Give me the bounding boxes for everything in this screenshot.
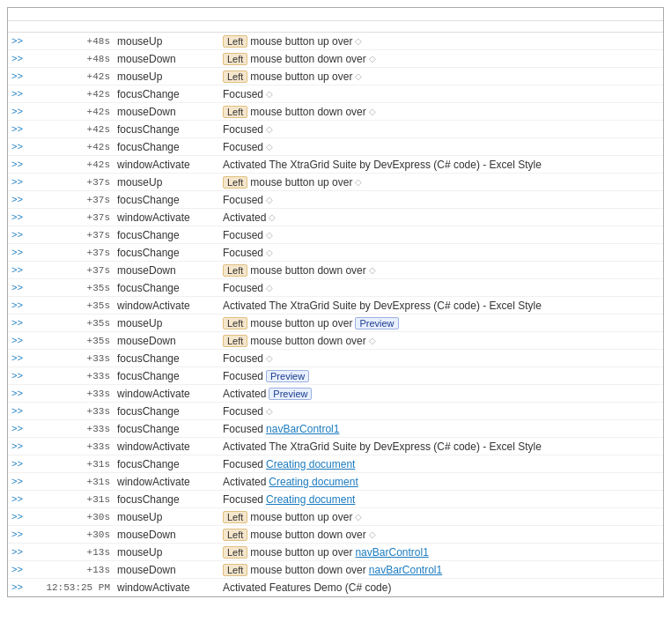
arrow-icon[interactable]: >> [8,193,34,207]
diamond-icon: ◇ [266,283,273,292]
message-tag: Left [223,53,247,65]
timestamp-cell: +13s [34,563,114,577]
arrow-icon[interactable]: >> [8,87,34,101]
table-row: >>+31sfocusChangeFocused Creating docume… [8,491,663,508]
table-row: >>+33swindowActivateActivated Preview [8,385,663,403]
arrow-icon[interactable]: >> [8,246,34,260]
table-row: >>+13smouseUpLeft mouse button up over n… [8,544,663,561]
table-row: >>+37sfocusChangeFocused ◇ [8,226,663,244]
timestamp-cell: +33s [34,387,114,401]
arrow-icon[interactable]: >> [8,140,34,154]
table-row: >>+42sfocusChangeFocused ◇ [8,121,663,138]
table-row: >>+35smouseUpLeft mouse button up over P… [8,315,663,332]
message-cell: Focused ◇ [219,122,663,137]
message-text: Focused [223,423,263,435]
event-cell: mouseUp [114,509,219,525]
event-cell: focusChange [114,227,219,243]
arrow-icon[interactable]: >> [8,70,34,84]
timestamp-cell: +33s [34,422,114,436]
event-cell: mouseDown [114,51,219,67]
event-cell: windowActivate [114,157,219,173]
message-link[interactable]: navBarControl1 [369,564,442,576]
diamond-icon: ◇ [269,212,276,222]
timestamp-cell: +35s [34,316,114,330]
arrow-icon[interactable]: >> [8,475,34,489]
table-row: >>+30smouseDownLeft mouse button down ov… [8,526,663,544]
arrow-icon[interactable]: >> [8,299,34,313]
event-cell: focusChange [114,245,219,261]
arrow-icon[interactable]: >> [8,334,34,348]
diamond-icon: ◇ [369,54,376,63]
message-text: mouse button down over [250,335,365,347]
arrow-icon[interactable]: >> [8,228,34,242]
table-header [8,21,663,33]
arrow-icon[interactable]: >> [8,158,34,172]
message-link[interactable]: Creating document [266,458,355,470]
timestamp-cell: +33s [34,369,114,383]
table-row: >>+37swindowActivateActivated ◇ [8,209,663,226]
timestamp-cell: +13s [34,545,114,559]
message-cell: Focused ◇ [219,403,663,419]
message-text: Activated The XtraGrid Suite by DevExpre… [223,440,542,453]
message-text: mouse button up over [250,317,352,329]
arrow-icon[interactable]: >> [8,369,34,383]
table-row: >>+42smouseDownLeft mouse button down ov… [8,103,663,121]
arrow-icon[interactable]: >> [8,211,34,225]
timestamp-cell: +37s [34,246,114,260]
arrow-icon[interactable]: >> [8,422,34,436]
event-cell: focusChange [114,122,219,137]
arrow-icon[interactable]: >> [8,175,34,189]
arrow-icon[interactable]: >> [8,387,34,401]
table-row: >>+37smouseDownLeft mouse button down ov… [8,262,663,279]
arrow-icon[interactable]: >> [8,122,34,137]
event-cell: focusChange [114,456,219,472]
table-row: >>+35smouseDownLeft mouse button down ov… [8,332,663,350]
arrow-icon[interactable]: >> [8,510,34,524]
message-link[interactable]: navBarControl1 [355,546,428,559]
message-link[interactable]: navBarControl1 [266,423,339,435]
arrow-icon[interactable]: >> [8,316,34,330]
message-tag: Left [223,176,247,189]
arrow-icon[interactable]: >> [8,492,34,507]
message-link[interactable]: Creating document [266,493,355,506]
message-text: mouse button up over [250,35,352,48]
arrow-icon[interactable]: >> [8,563,34,577]
message-text: Focused [223,405,263,418]
table-row: >>+31sfocusChangeFocused Creating docume… [8,455,663,473]
message-cell: Left mouse button down over ◇ [219,333,663,349]
message-text: mouse button up over [250,546,352,559]
timestamp-cell: +48s [34,34,114,48]
table-row: >>+48smouseDownLeft mouse button down ov… [8,50,663,68]
diamond-icon: ◇ [266,142,273,152]
arrow-icon[interactable]: >> [8,440,34,454]
arrow-icon[interactable]: >> [8,52,34,66]
arrow-icon[interactable]: >> [8,545,34,559]
event-cell: focusChange [114,368,219,384]
event-cell: mouseDown [114,527,219,543]
diamond-icon: ◇ [266,406,273,416]
arrow-icon[interactable]: >> [8,581,34,595]
table-row: >>+42sfocusChangeFocused ◇ [8,138,663,156]
message-cell: Focused Creating document [219,456,663,472]
table-row: >>+42sfocusChangeFocused ◇ [8,85,663,103]
event-cell: focusChange [114,403,219,419]
diamond-icon: ◇ [369,265,376,275]
arrow-icon[interactable]: >> [8,457,34,471]
message-cell: Focused ◇ [219,351,663,366]
message-tag: Left [223,317,247,329]
arrow-icon[interactable]: >> [8,404,34,418]
message-cell: Activated The XtraGrid Suite by DevExpre… [219,298,663,314]
timestamp-cell: +37s [34,175,114,189]
message-cell: Focused ◇ [219,227,663,243]
arrow-icon[interactable]: >> [8,34,34,48]
table-row: >>+42smouseUpLeft mouse button up over ◇ [8,68,663,85]
arrow-icon[interactable]: >> [8,281,34,295]
event-cell: focusChange [114,421,219,437]
arrow-icon[interactable]: >> [8,352,34,366]
message-link[interactable]: Creating document [269,476,358,488]
arrow-icon[interactable]: >> [8,105,34,119]
arrow-icon[interactable]: >> [8,528,34,542]
timestamp-cell: +33s [34,352,114,366]
event-cell: mouseDown [114,333,219,349]
arrow-icon[interactable]: >> [8,263,34,278]
